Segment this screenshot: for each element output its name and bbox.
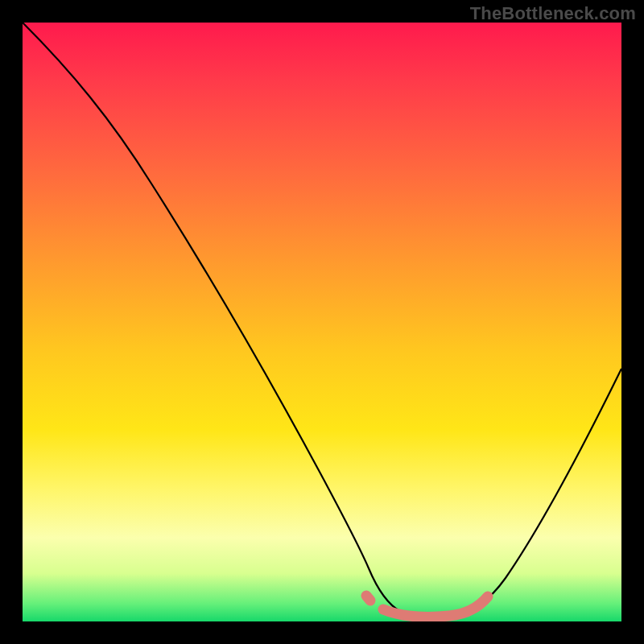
acceptable-range-marker — [366, 596, 488, 617]
plot-area — [23, 23, 621, 621]
watermark-text: TheBottleneck.com — [470, 3, 636, 24]
chart-frame: TheBottleneck.com — [0, 0, 644, 644]
bottleneck-curve — [23, 23, 621, 617]
curve-svg — [23, 23, 621, 621]
